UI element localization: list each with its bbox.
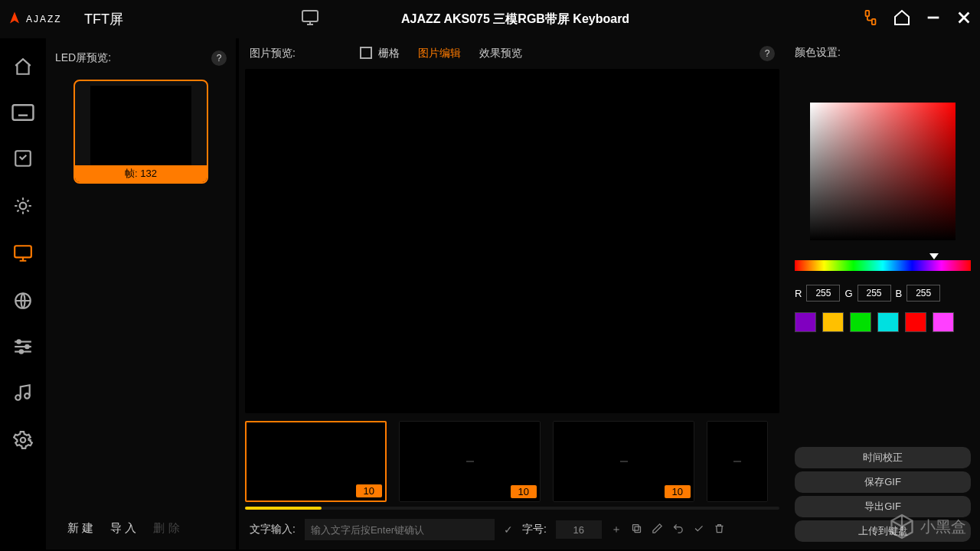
nav-settings-icon[interactable] bbox=[13, 430, 33, 453]
save-gif-button[interactable]: 保存GIF bbox=[795, 471, 971, 493]
home-icon[interactable] bbox=[893, 8, 911, 30]
editor-panel: 图片预览: 栅格 图片编辑 效果预览 ? 10 10 10 文字输入: ✓ 字号… bbox=[239, 38, 786, 549]
help-icon[interactable]: ? bbox=[211, 51, 227, 66]
frame-duration: 10 bbox=[665, 485, 691, 498]
time-adjust-button[interactable]: 时间校正 bbox=[795, 447, 971, 468]
svg-rect-25 bbox=[635, 527, 641, 533]
nav-macro-icon[interactable] bbox=[13, 148, 33, 171]
frame-duration: 10 bbox=[356, 484, 382, 497]
nav-screen-icon[interactable] bbox=[12, 243, 34, 266]
svg-point-13 bbox=[20, 203, 27, 210]
saturation-picker[interactable] bbox=[810, 103, 956, 240]
nav-light-icon[interactable] bbox=[13, 196, 33, 219]
r-label: R bbox=[795, 288, 802, 299]
upload-button[interactable]: 上传到键盘 bbox=[795, 520, 971, 542]
led-thumbnail[interactable]: 帧: 132 bbox=[74, 80, 208, 184]
svg-point-22 bbox=[15, 395, 21, 400]
nav-keyboard-icon[interactable] bbox=[11, 104, 34, 124]
edit-icon[interactable] bbox=[652, 523, 663, 536]
frame-counter: 帧: 132 bbox=[75, 165, 207, 182]
svg-point-21 bbox=[20, 350, 23, 353]
logo-icon bbox=[8, 11, 21, 28]
color-panel: 颜色设置: R G B 时间校正 保存GIF 导出GIF 上传到键盘 bbox=[786, 38, 980, 549]
svg-rect-26 bbox=[632, 525, 639, 531]
frame-scrollbar[interactable] bbox=[245, 507, 779, 510]
text-input[interactable] bbox=[305, 519, 495, 540]
nav-home-icon[interactable] bbox=[13, 57, 33, 80]
hue-slider[interactable] bbox=[795, 260, 971, 271]
section-title: TFT屏 bbox=[84, 10, 123, 28]
b-input[interactable] bbox=[906, 285, 940, 302]
editor-canvas[interactable] bbox=[245, 69, 779, 413]
svg-rect-14 bbox=[15, 246, 31, 257]
swatch[interactable] bbox=[795, 312, 816, 332]
nav-music-icon[interactable] bbox=[13, 383, 33, 406]
close-icon[interactable] bbox=[956, 9, 972, 29]
svg-rect-6 bbox=[13, 105, 34, 120]
swatch[interactable] bbox=[933, 312, 954, 332]
svg-rect-1 bbox=[866, 11, 870, 16]
swatch[interactable] bbox=[850, 312, 871, 332]
led-preview-panel: LED屏预览: ? 帧: 132 新 建 导 入 删 除 bbox=[46, 38, 236, 549]
app-title: AJAZZ AKS075 三模RGB带屏 Keyboard bbox=[401, 11, 629, 28]
check-icon[interactable] bbox=[693, 523, 704, 536]
copy-icon[interactable] bbox=[631, 523, 642, 536]
g-label: G bbox=[844, 288, 852, 299]
svg-point-23 bbox=[24, 393, 29, 399]
svg-rect-2 bbox=[872, 19, 876, 24]
frame-duration: 10 bbox=[511, 485, 537, 498]
svg-rect-0 bbox=[302, 11, 318, 21]
title-bar: AJAZZ TFT屏 AJAZZ AKS075 三模RGB带屏 Keyboard bbox=[0, 0, 980, 38]
frame-item[interactable]: 10 bbox=[399, 421, 541, 502]
svg-point-20 bbox=[25, 345, 28, 348]
frame-item[interactable]: 10 bbox=[553, 421, 694, 502]
import-button[interactable]: 导 入 bbox=[110, 521, 136, 536]
monitor-icon[interactable] bbox=[299, 8, 321, 30]
export-gif-button[interactable]: 导出GIF bbox=[795, 496, 971, 517]
connection-icon[interactable] bbox=[862, 9, 879, 29]
hue-handle[interactable] bbox=[929, 253, 939, 259]
nav-sidebar bbox=[0, 38, 46, 549]
trash-icon[interactable] bbox=[714, 523, 725, 536]
editor-help-icon[interactable]: ? bbox=[760, 46, 775, 61]
font-size-value[interactable]: 16 bbox=[556, 520, 602, 539]
brand-logo: AJAZZ bbox=[8, 11, 75, 28]
led-preview-title: LED屏预览: bbox=[55, 51, 111, 65]
tab-image-edit[interactable]: 图片编辑 bbox=[418, 47, 461, 60]
led-thumbnail-screen bbox=[90, 86, 191, 165]
frame-item[interactable] bbox=[707, 421, 768, 502]
new-button[interactable]: 新 建 bbox=[67, 521, 93, 536]
confirm-icon[interactable]: ✓ bbox=[504, 523, 513, 536]
nav-globe-icon[interactable] bbox=[13, 291, 33, 314]
tab-effect-preview[interactable]: 效果预览 bbox=[479, 47, 522, 60]
color-panel-title: 颜色设置: bbox=[795, 46, 971, 60]
b-label: B bbox=[896, 288, 903, 299]
g-input[interactable] bbox=[858, 285, 891, 302]
r-input[interactable] bbox=[806, 285, 840, 302]
grid-label: 栅格 bbox=[378, 47, 400, 59]
delete-button[interactable]: 删 除 bbox=[153, 521, 179, 536]
color-swatches bbox=[795, 312, 971, 332]
image-preview-label: 图片预览: bbox=[250, 47, 296, 60]
nav-equalizer-icon[interactable] bbox=[13, 338, 33, 358]
minimize-icon[interactable] bbox=[925, 9, 942, 29]
add-icon[interactable]: ＋ bbox=[611, 523, 622, 536]
frame-strip: 10 10 10 bbox=[239, 413, 786, 510]
swatch[interactable] bbox=[822, 312, 844, 332]
text-input-label: 文字输入: bbox=[250, 523, 296, 536]
frame-item[interactable]: 10 bbox=[245, 421, 387, 502]
svg-point-24 bbox=[21, 438, 26, 443]
brand-text: AJAZZ bbox=[26, 14, 62, 24]
grid-checkbox[interactable] bbox=[360, 47, 372, 59]
swatch[interactable] bbox=[877, 312, 899, 332]
font-size-label: 字号: bbox=[522, 523, 547, 536]
svg-point-19 bbox=[17, 340, 20, 343]
undo-icon[interactable] bbox=[672, 523, 684, 536]
swatch[interactable] bbox=[905, 312, 926, 332]
